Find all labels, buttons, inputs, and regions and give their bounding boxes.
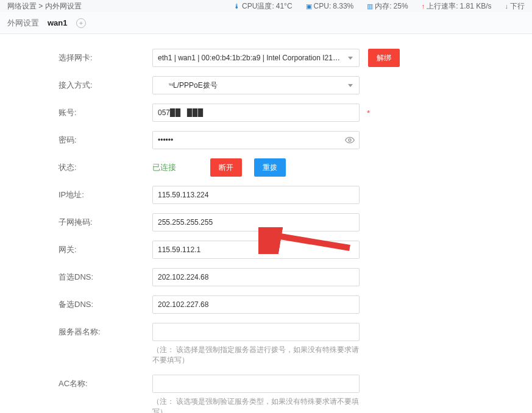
unbind-button[interactable]: 解绑 — [368, 49, 400, 67]
dns1-label: 首选DNS: — [59, 272, 152, 283]
thermometer-icon: 🌡 — [233, 2, 240, 10]
stat-up: ↑上行速率: 1.81 KB/s — [422, 1, 492, 12]
account-label: 账号: — [59, 107, 152, 118]
stat-cpu: ▣CPU: 8.33% — [306, 2, 354, 10]
ac-hint: （注： 该选项是强制验证服务类型，如果没有特殊要求请不要填写） — [152, 397, 360, 413]
stat-down: ↓下行 — [505, 1, 525, 12]
server-hint: （注： 该选择是强制指定服务器进行拨号，如果没有特殊要求请不要填写） — [152, 345, 360, 365]
add-tab-button[interactable]: ＋ — [76, 18, 86, 28]
stat-value: 41°C — [276, 2, 293, 10]
ip-input[interactable] — [152, 186, 360, 204]
ac-input[interactable] — [152, 375, 360, 393]
stat-label: 上行速率: — [427, 1, 458, 12]
dns2-label: 备选DNS: — [59, 299, 152, 310]
arrow-up-icon: ↑ — [422, 2, 425, 10]
nic-select[interactable]: eth1 | wan1 | 00:e0:b4:1b:2b:a9 | Intel … — [152, 49, 360, 67]
stat-label: 下行 — [510, 1, 525, 12]
stat-label: CPU温度: — [242, 1, 274, 12]
stat-label: CPU: — [314, 2, 332, 10]
conn-label: 接入方式: — [59, 80, 152, 91]
tab-group-label: 外网设置 — [7, 18, 39, 29]
stat-value: 25% — [394, 2, 408, 10]
nic-select-value: eth1 | wan1 | 00:e0:b4:1b:2b:a9 | Intel … — [158, 54, 360, 62]
mask-label: 子网掩码: — [59, 217, 152, 228]
breadcrumb-sep: > — [38, 2, 43, 10]
stat-mem: ▥内存: 25% — [367, 1, 408, 12]
disconnect-button[interactable]: 断开 — [210, 158, 242, 177]
arrow-down-icon: ↓ — [505, 2, 509, 10]
gateway-label: 网关: — [59, 244, 152, 255]
eye-icon[interactable] — [345, 135, 355, 145]
chevron-down-icon — [348, 57, 353, 60]
conn-type-select[interactable]: ᶭL/PPPoE拨号 — [152, 76, 360, 94]
server-label: 服务器名称: — [59, 323, 152, 337]
top-status-bar: 网络设置 > 内外网设置 🌡CPU温度: 41°C ▣CPU: 8.33% ▥内… — [0, 0, 532, 12]
stat-cpu-temp: 🌡CPU温度: 41°C — [233, 1, 292, 12]
ip-label: IP地址: — [59, 189, 152, 200]
server-input[interactable] — [152, 323, 360, 341]
stat-value: 8.33% — [333, 2, 353, 10]
breadcrumb[interactable]: 网络设置 > 内外网设置 — [7, 1, 82, 12]
chevron-down-icon — [348, 84, 353, 87]
status-value: 已连接 — [152, 162, 176, 173]
tab-wan1[interactable]: wan1 — [48, 18, 68, 27]
dns2-input[interactable] — [152, 295, 360, 314]
password-label: 密码: — [59, 135, 152, 146]
breadcrumb-current: 内外网设置 — [45, 2, 82, 10]
wan-form: 选择网卡: eth1 | wan1 | 00:e0:b4:1b:2b:a9 | … — [0, 34, 532, 413]
gateway-input[interactable] — [152, 241, 360, 259]
mask-input[interactable] — [152, 213, 360, 231]
memory-icon: ▥ — [367, 2, 373, 10]
tab-bar: 外网设置 wan1 ＋ — [0, 12, 532, 34]
nic-label: 选择网卡: — [59, 52, 152, 63]
conn-type-value: ᶭL/PPPoE拨号 — [169, 81, 218, 90]
dns1-input[interactable] — [152, 268, 360, 286]
stat-value: 1.81 KB/s — [459, 2, 491, 10]
stat-label: 内存: — [375, 1, 391, 12]
cpu-icon: ▣ — [306, 2, 312, 10]
redial-button[interactable]: 重拨 — [254, 158, 286, 177]
svg-point-0 — [349, 139, 351, 141]
account-input[interactable] — [152, 104, 360, 122]
password-input[interactable] — [152, 131, 360, 149]
breadcrumb-parent[interactable]: 网络设置 — [7, 2, 37, 10]
ac-label: AC名称: — [59, 375, 152, 389]
status-label: 状态: — [59, 162, 152, 173]
required-marker: * — [367, 108, 370, 118]
